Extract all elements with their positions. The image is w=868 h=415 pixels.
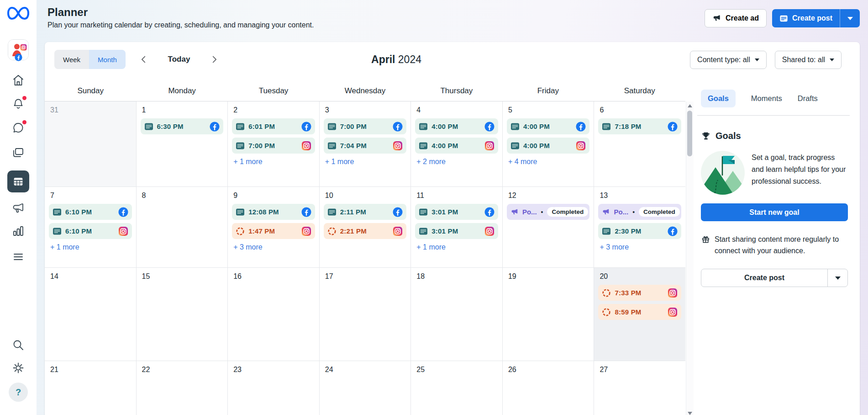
calendar-event-scheduled[interactable]: 3:01 PM xyxy=(415,223,498,239)
day-cell-12[interactable]: 12Po...•Completed xyxy=(502,187,594,267)
status-badge: Completed xyxy=(547,207,588,217)
month-view-button[interactable]: Month xyxy=(89,50,126,69)
settings-gear-icon[interactable] xyxy=(11,361,25,375)
tab-goals[interactable]: Goals xyxy=(701,90,736,107)
help-button[interactable]: ? xyxy=(9,383,28,402)
inbox-icon[interactable] xyxy=(11,121,25,135)
week-view-button[interactable]: Week xyxy=(54,50,89,69)
panel-create-post-dropdown[interactable] xyxy=(827,269,847,287)
create-post-dropdown[interactable] xyxy=(840,9,860,27)
day-cell-13[interactable]: 13Po...•Completed2:30 PM+ 3 more xyxy=(594,187,685,267)
day-cell-26[interactable]: 26 xyxy=(502,361,594,415)
calendar-event-scheduled[interactable]: 2:11 PM xyxy=(324,204,407,220)
calendar-event-scheduled[interactable]: 6:01 PM xyxy=(232,118,315,134)
calendar-event-boosted[interactable]: Po...•Completed xyxy=(507,204,590,220)
create-post-button[interactable]: Create post xyxy=(772,9,840,27)
more-events-link[interactable]: + 1 more xyxy=(416,243,446,251)
planner-nav-active[interactable] xyxy=(7,170,29,192)
day-cell-7[interactable]: 76:10 PM6:10 PM+ 1 more xyxy=(45,187,136,267)
day-cell-3[interactable]: 37:00 PM7:04 PM+ 1 more xyxy=(319,101,411,186)
scroll-down-icon[interactable] xyxy=(688,412,692,415)
day-cell-15[interactable]: 15 xyxy=(136,268,228,361)
facebook-icon xyxy=(301,122,311,132)
day-cell-19[interactable]: 19 xyxy=(502,268,594,361)
calendar-event-scheduled[interactable]: 4:00 PM xyxy=(415,118,498,134)
day-cell-25[interactable]: 25 xyxy=(410,361,502,415)
scroll-up-icon[interactable] xyxy=(688,104,692,107)
calendar-event-pending[interactable]: 1:47 PM xyxy=(232,223,315,239)
more-events-link[interactable]: + 1 more xyxy=(325,158,354,166)
calendar-event-scheduled[interactable]: 6:30 PM xyxy=(141,118,224,134)
day-cell-27[interactable]: 27 xyxy=(594,361,685,415)
day-number: 31 xyxy=(50,106,132,114)
calendar-event-scheduled[interactable]: 12:08 PM xyxy=(232,204,315,220)
day-cell-24[interactable]: 24 xyxy=(319,361,411,415)
day-cell-10[interactable]: 102:11 PM2:21 PM xyxy=(319,187,411,267)
day-cell-11[interactable]: 113:01 PM3:01 PM+ 1 more xyxy=(410,187,502,267)
content-type-filter-label: Content type: all xyxy=(697,56,750,64)
create-ad-button[interactable]: Create ad xyxy=(705,9,767,27)
search-icon[interactable] xyxy=(11,338,25,352)
start-new-goal-button[interactable]: Start new goal xyxy=(701,203,848,221)
calendar-scrollbar[interactable] xyxy=(686,101,694,415)
day-cell-16[interactable]: 16 xyxy=(227,268,319,361)
calendar-event-pending[interactable]: 2:21 PM xyxy=(324,223,407,239)
calendar-event-scheduled[interactable]: 7:18 PM xyxy=(598,118,681,134)
more-events-link[interactable]: + 3 more xyxy=(600,243,629,251)
more-events-link[interactable]: + 2 more xyxy=(416,158,446,166)
more-events-link[interactable]: + 1 more xyxy=(233,158,263,166)
day-cell-17[interactable]: 17 xyxy=(319,268,411,361)
day-cell-9[interactable]: 912:08 PM1:47 PM+ 3 more xyxy=(227,187,319,267)
calendar-event-scheduled[interactable]: 6:10 PM xyxy=(49,204,132,220)
tab-moments[interactable]: Moments xyxy=(751,90,782,107)
calendar-event-scheduled[interactable]: 7:00 PM xyxy=(232,138,315,154)
ads-icon[interactable] xyxy=(11,201,25,215)
day-cell-20[interactable]: 207:33 PM8:59 PM xyxy=(594,268,685,361)
more-events-link[interactable]: + 4 more xyxy=(508,158,537,166)
calendar-event-scheduled[interactable]: 4:00 PM xyxy=(507,118,590,134)
day-cell-2[interactable]: 26:01 PM7:00 PM+ 1 more xyxy=(227,101,319,186)
today-button[interactable]: Today xyxy=(168,55,190,64)
calendar-event-boosted[interactable]: Po...•Completed xyxy=(598,204,681,220)
day-number: 14 xyxy=(50,272,132,281)
chevron-down-icon xyxy=(755,59,759,61)
meta-logo-icon[interactable] xyxy=(7,6,29,22)
day-cell-14[interactable]: 14 xyxy=(45,268,136,361)
day-cell-31[interactable]: 31 xyxy=(45,101,136,186)
content-type-filter[interactable]: Content type: all xyxy=(690,51,767,69)
business-avatar[interactable] xyxy=(8,39,29,60)
home-icon[interactable] xyxy=(11,74,25,87)
calendar-event-scheduled[interactable]: 4:00 PM xyxy=(507,138,590,154)
scheduled-post-icon xyxy=(510,122,520,131)
calendar-event-scheduled[interactable]: 7:00 PM xyxy=(324,118,407,134)
day-cell-5[interactable]: 54:00 PM4:00 PM+ 4 more xyxy=(502,101,594,186)
calendar-event-pending[interactable]: 8:59 PM xyxy=(598,304,681,320)
day-cell-6[interactable]: 67:18 PM xyxy=(594,101,685,186)
calendar-event-scheduled[interactable]: 4:00 PM xyxy=(415,138,498,154)
all-tools-icon[interactable] xyxy=(11,250,25,264)
day-cell-8[interactable]: 8 xyxy=(136,187,228,267)
content-icon[interactable] xyxy=(11,146,25,160)
scrollbar-thumb[interactable] xyxy=(687,111,692,156)
calendar-event-scheduled[interactable]: 6:10 PM xyxy=(49,223,132,239)
next-month-icon[interactable] xyxy=(209,54,219,64)
day-cell-21[interactable]: 21 xyxy=(45,361,136,415)
insights-icon[interactable] xyxy=(11,224,25,238)
calendar-event-scheduled[interactable]: 3:01 PM xyxy=(415,204,498,220)
day-cell-23[interactable]: 23 xyxy=(227,361,319,415)
day-cell-18[interactable]: 18 xyxy=(410,268,502,361)
panel-create-post-button[interactable]: Create post xyxy=(701,269,827,287)
view-toggle: Week Month xyxy=(54,50,126,69)
more-events-link[interactable]: + 3 more xyxy=(233,243,263,251)
calendar-event-scheduled[interactable]: 2:30 PM xyxy=(598,223,681,239)
prev-month-icon[interactable] xyxy=(139,54,149,64)
day-cell-22[interactable]: 22 xyxy=(136,361,228,415)
calendar-event-pending[interactable]: 7:33 PM xyxy=(598,285,681,301)
tab-drafts[interactable]: Drafts xyxy=(798,90,818,107)
shared-to-filter[interactable]: Shared to: all xyxy=(775,51,842,69)
calendar-event-scheduled[interactable]: 7:04 PM xyxy=(324,138,407,154)
day-cell-1[interactable]: 16:30 PM xyxy=(136,101,228,186)
more-events-link[interactable]: + 1 more xyxy=(50,243,79,251)
day-cell-4[interactable]: 44:00 PM4:00 PM+ 2 more xyxy=(410,101,502,186)
notifications-icon[interactable] xyxy=(11,97,25,111)
